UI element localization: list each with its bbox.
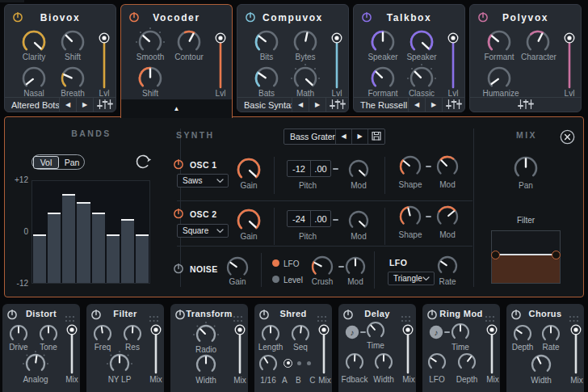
compuvox-preset-name[interactable]: Basic Syntax — [237, 100, 292, 110]
compuvox-next-preset-button[interactable]: ▶ — [309, 98, 326, 112]
bands-bar-chart[interactable] — [32, 180, 150, 284]
biovox-mixer-button[interactable] — [94, 99, 116, 112]
band-bar[interactable] — [62, 194, 75, 283]
shred-seq-b-radio[interactable] — [297, 361, 301, 365]
delay-mix-slider[interactable] — [401, 324, 414, 374]
talkbox-preset-name[interactable]: The Russell — [354, 100, 408, 110]
lfo-rate-knob[interactable] — [434, 252, 461, 280]
osc2-power-icon[interactable] — [173, 208, 184, 219]
osc2-pitch-cents[interactable]: .00 — [310, 211, 330, 226]
reset-bands-icon[interactable] — [134, 153, 152, 174]
synth-prev-preset-button[interactable]: ◀ — [336, 129, 351, 144]
shred-rate-knob[interactable] — [255, 351, 281, 377]
filter-type-selector-knob[interactable] — [106, 350, 133, 377]
transform-width-knob[interactable] — [192, 351, 220, 378]
shred-seq-label: Seq — [284, 343, 317, 352]
osc1-shape-mod-knob[interactable] — [433, 152, 462, 181]
osc2-pitch-mod-knob[interactable] — [345, 207, 372, 234]
pan-toggle-button[interactable]: Pan — [60, 157, 84, 168]
distort-mix-slider[interactable] — [65, 324, 78, 374]
osc2-wave-dropdown[interactable]: Square — [177, 224, 229, 238]
delay-feedback-knob[interactable] — [342, 349, 368, 375]
filter-mix-slider[interactable] — [149, 324, 162, 374]
chorus-width-knob[interactable] — [527, 351, 555, 378]
delay-sync-note-icon[interactable]: ♪ — [345, 325, 359, 343]
osc1-wave-dropdown[interactable]: Saws — [177, 174, 229, 188]
module-filter: Filter Freq Res NY LP Mix — [86, 304, 164, 392]
band-bar[interactable] — [107, 234, 120, 283]
biovox-next-preset-button[interactable]: ▶ — [77, 98, 93, 112]
polyvox-character-label: Character — [514, 53, 564, 61]
compuvox-mixer-button[interactable] — [326, 99, 348, 112]
chorus-mix-label: Mix — [565, 376, 588, 385]
talkbox-next-preset-button[interactable]: ▶ — [426, 98, 442, 112]
ring-mod-time-knob[interactable] — [447, 319, 473, 345]
polyvox-mixer-button[interactable] — [514, 99, 536, 112]
shred-seq-a-radio[interactable] — [284, 359, 292, 368]
mix-pan-label: Pan — [503, 181, 548, 190]
polyvox-title: Polyvox — [470, 12, 581, 23]
vocoder-contour-label: Contour — [166, 53, 212, 61]
close-editor-icon[interactable] — [560, 129, 575, 148]
shred-mix-slider[interactable] — [317, 324, 330, 374]
delay-time-knob[interactable] — [363, 318, 388, 344]
transform-mix-slider[interactable] — [233, 324, 246, 374]
band-bar[interactable] — [48, 213, 61, 283]
noise-level-radio[interactable] — [272, 276, 279, 283]
osc1-pitch-mod-knob[interactable] — [345, 156, 372, 183]
save-icon — [371, 130, 382, 143]
ring-mod-sync-note-icon[interactable]: ♪ — [429, 325, 443, 343]
module-distort: Distort Drive Tone Analog Mix — [2, 304, 80, 392]
osc2-label: OSC 2 — [190, 209, 217, 219]
vocoder-level-slider[interactable] — [214, 32, 227, 89]
filter-high-handle[interactable] — [552, 251, 561, 259]
noise-power-icon[interactable] — [173, 263, 184, 274]
band-bar[interactable] — [136, 234, 149, 283]
mix-filter-display[interactable] — [491, 230, 561, 284]
noise-mod-knob[interactable] — [342, 253, 369, 280]
ring-mod-mix-slider[interactable] — [485, 324, 498, 374]
filter-type-label: NY LP — [97, 375, 142, 384]
osc1-pitch-semitones[interactable]: -12 — [288, 161, 310, 176]
talkbox-mixer-button[interactable] — [443, 99, 464, 112]
delay-width-knob[interactable] — [371, 349, 397, 375]
collapse-arrow-icon[interactable]: ▲ — [174, 105, 180, 112]
vol-pan-toggle: Vol Pan — [32, 154, 85, 170]
osc2-pitch-box[interactable]: -24 .00 — [287, 210, 331, 227]
distort-analog-selector-knob[interactable] — [22, 350, 49, 377]
talkbox-prev-preset-button[interactable]: ◀ — [409, 98, 425, 112]
vol-toggle-button[interactable]: Vol — [33, 156, 59, 169]
compuvox-prev-preset-button[interactable]: ◀ — [292, 98, 309, 112]
polyvox-level-slider[interactable] — [563, 32, 576, 89]
biovox-preset-name[interactable]: Altered Bots — [5, 100, 59, 110]
biovox-level-slider[interactable] — [98, 32, 111, 89]
chorus-mix-slider[interactable] — [569, 324, 582, 374]
synth-preset-name[interactable]: Bass Grater — [284, 132, 335, 141]
osc1-pitch-box[interactable]: -12 .00 — [287, 160, 331, 177]
osc1-pitch-cents[interactable]: .00 — [310, 161, 330, 176]
osc2-shape-mod-knob[interactable] — [433, 202, 462, 231]
osc1-shape-knob[interactable] — [396, 152, 425, 181]
mix-pan-knob[interactable] — [510, 153, 541, 183]
filter-low-handle[interactable] — [491, 251, 500, 259]
shred-seq-c-radio[interactable] — [307, 361, 311, 365]
noise-lfo-radio[interactable] — [272, 259, 279, 267]
compuvox-level-slider[interactable] — [330, 32, 343, 89]
ring-mod-lfo-knob[interactable] — [424, 349, 450, 375]
ring-mod-depth-knob[interactable] — [454, 349, 480, 375]
band-bar[interactable] — [33, 234, 46, 283]
band-bar[interactable] — [121, 219, 134, 283]
divider — [177, 200, 472, 201]
biovox-prev-preset-button[interactable]: ◀ — [60, 98, 76, 112]
transform-radio-selector-knob[interactable] — [192, 321, 220, 348]
osc2-shape-knob[interactable] — [396, 202, 425, 231]
band-bar[interactable] — [92, 213, 105, 283]
band-bar[interactable] — [77, 202, 90, 283]
osc2-pitch-semitones[interactable]: -24 — [288, 211, 310, 226]
synth-next-preset-button[interactable]: ▶ — [352, 129, 368, 144]
mix-filter-label: Filter — [502, 216, 549, 225]
link-dash — [333, 219, 338, 221]
save-preset-button[interactable] — [368, 130, 384, 143]
osc1-power-icon[interactable] — [173, 158, 184, 170]
talkbox-level-slider[interactable] — [447, 32, 460, 89]
